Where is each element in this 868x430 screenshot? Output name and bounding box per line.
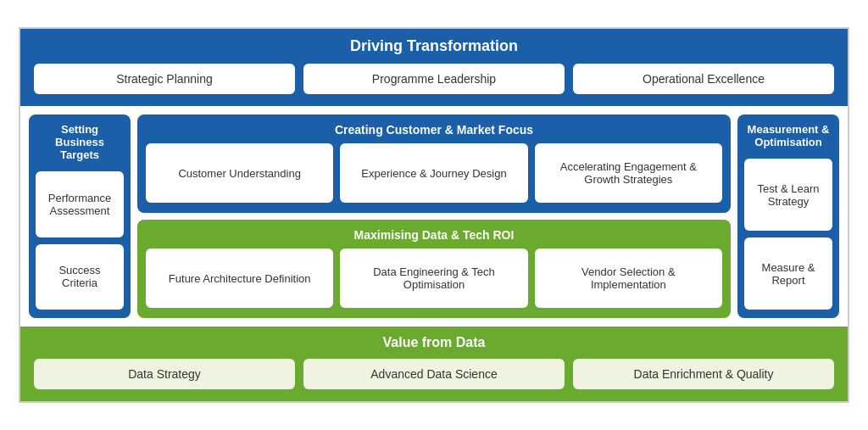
left-column: Setting Business Targets Performance Ass… bbox=[29, 114, 131, 318]
top-card-1: Programme Leadership bbox=[303, 64, 565, 94]
center-column: Creating Customer & Market Focus Custome… bbox=[137, 114, 731, 318]
bottom-card-1: Advanced Data Science bbox=[303, 359, 565, 389]
right-card-1: Measure & Report bbox=[744, 237, 832, 310]
top-cards: Strategic Planning Programme Leadership … bbox=[34, 64, 834, 94]
bottom-section: Value from Data Data Strategy Advanced D… bbox=[20, 327, 848, 401]
data-tech-title: Maximising Data & Tech ROI bbox=[146, 228, 722, 242]
customer-card-0: Customer Understanding bbox=[146, 143, 333, 203]
customer-focus-section: Creating Customer & Market Focus Custome… bbox=[137, 114, 731, 213]
customer-card-1: Experience & Journey Design bbox=[340, 143, 527, 203]
left-card-0: Performance Assessment bbox=[36, 171, 124, 237]
customer-focus-title: Creating Customer & Market Focus bbox=[146, 123, 722, 137]
left-card-1: Success Criteria bbox=[36, 244, 124, 310]
customer-card-2: Accelerating Engagement & Growth Strateg… bbox=[535, 143, 722, 203]
data-card-1: Data Engineering & Tech Optimisation bbox=[340, 249, 527, 308]
bottom-cards: Data Strategy Advanced Data Science Data… bbox=[34, 359, 834, 389]
right-column: Measurement & Optimisation Test & Learn … bbox=[737, 114, 839, 318]
bottom-card-0: Data Strategy bbox=[34, 359, 295, 389]
top-card-0: Strategic Planning bbox=[34, 64, 295, 94]
top-section: Driving Transformation Strategic Plannin… bbox=[20, 29, 848, 106]
right-card-0: Test & Learn Strategy bbox=[744, 159, 832, 231]
customer-focus-cards: Customer Understanding Experience & Jour… bbox=[146, 143, 722, 203]
bottom-card-2: Data Enrichment & Quality bbox=[573, 359, 834, 389]
data-card-0: Future Architecture Definition bbox=[146, 249, 333, 308]
bottom-title: Value from Data bbox=[34, 335, 834, 350]
data-tech-cards: Future Architecture Definition Data Engi… bbox=[146, 249, 722, 308]
top-title: Driving Transformation bbox=[34, 37, 834, 55]
data-card-2: Vendor Selection & Implementation bbox=[535, 249, 722, 308]
data-tech-section: Maximising Data & Tech ROI Future Archit… bbox=[137, 220, 731, 318]
left-col-title: Setting Business Targets bbox=[36, 123, 124, 161]
top-card-2: Operational Excellence bbox=[573, 64, 834, 94]
right-col-title: Measurement & Optimisation bbox=[744, 123, 832, 148]
diagram-container: Driving Transformation Strategic Plannin… bbox=[19, 27, 849, 403]
middle-section: Setting Business Targets Performance Ass… bbox=[20, 106, 848, 327]
